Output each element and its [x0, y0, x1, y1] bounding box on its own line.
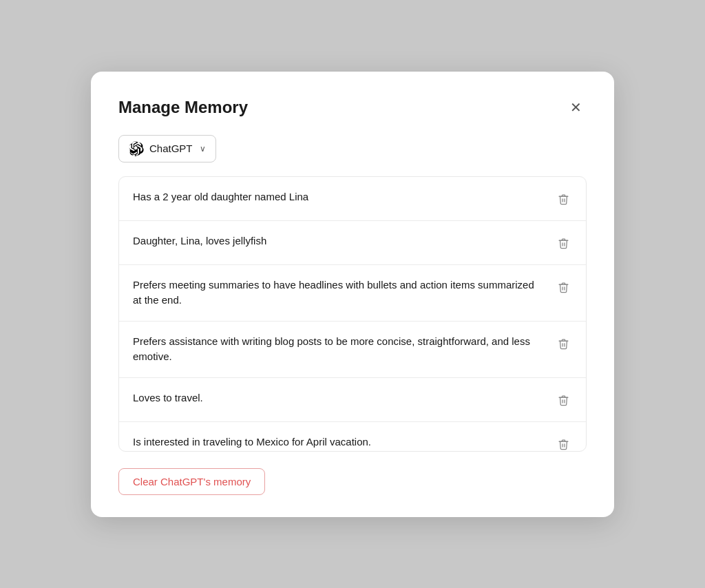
memory-text: Has a 2 year old daughter named Lina: [133, 189, 544, 205]
trash-icon: [558, 439, 569, 450]
delete-memory-button[interactable]: [555, 279, 572, 296]
trash-icon: [558, 395, 569, 406]
memory-item: Daughter, Lina, loves jellyfish: [119, 221, 586, 265]
modal-header: Manage Memory ✕: [118, 96, 587, 118]
source-selector[interactable]: ChatGPT ∨: [118, 135, 216, 162]
close-button[interactable]: ✕: [565, 96, 587, 118]
trash-icon: [558, 193, 569, 205]
memory-item: Is interested in traveling to Mexico for…: [119, 422, 586, 452]
memory-text: Prefers assistance with writing blog pos…: [133, 334, 544, 365]
source-name: ChatGPT: [149, 143, 193, 154]
memory-text: Daughter, Lina, loves jellyfish: [133, 233, 544, 249]
memory-item: Loves to travel.: [119, 378, 586, 422]
delete-memory-button[interactable]: [555, 436, 572, 452]
clear-memory-button[interactable]: Clear ChatGPT's memory: [118, 468, 265, 495]
manage-memory-modal: Manage Memory ✕ ChatGPT ∨ Has a 2 year o…: [91, 72, 614, 517]
memory-list: Has a 2 year old daughter named Lina Dau…: [118, 176, 587, 452]
memory-text: Prefers meeting summaries to have headli…: [133, 277, 544, 308]
memory-item: Has a 2 year old daughter named Lina: [119, 177, 586, 221]
trash-icon: [558, 338, 569, 350]
modal-title: Manage Memory: [118, 98, 248, 117]
trash-icon: [558, 238, 569, 249]
memory-text: Loves to travel.: [133, 390, 544, 406]
delete-memory-button[interactable]: [555, 191, 572, 208]
memory-item: Prefers meeting summaries to have headli…: [119, 265, 586, 322]
delete-memory-button[interactable]: [555, 392, 572, 409]
close-icon: ✕: [570, 99, 582, 116]
chatgpt-logo-icon: [129, 141, 144, 156]
memory-text: Is interested in traveling to Mexico for…: [133, 434, 544, 450]
trash-icon: [558, 282, 569, 293]
modal-footer: Clear ChatGPT's memory: [118, 468, 587, 495]
delete-memory-button[interactable]: [555, 335, 572, 353]
chevron-down-icon: ∨: [200, 144, 206, 154]
delete-memory-button[interactable]: [555, 235, 572, 252]
memory-item: Prefers assistance with writing blog pos…: [119, 322, 586, 378]
